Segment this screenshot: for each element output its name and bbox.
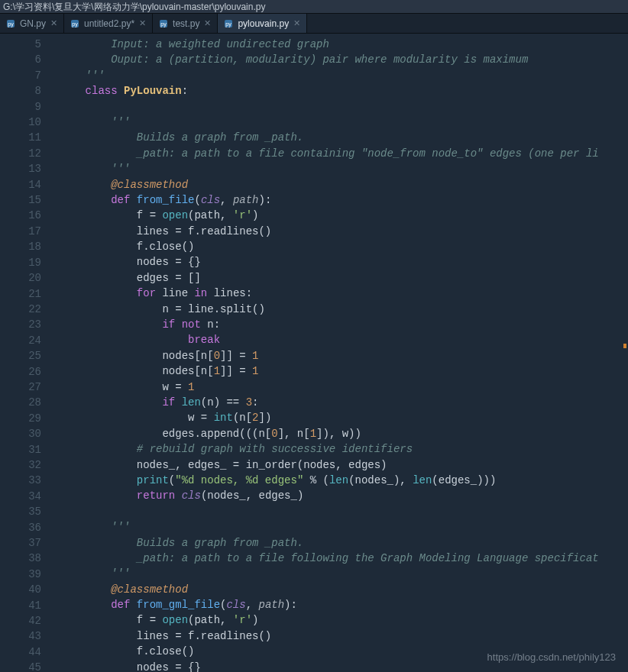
tab-label: test.py (173, 18, 199, 29)
line-number: 27 (0, 380, 41, 395)
code-line[interactable]: nodes[n[0]] = 1 (60, 348, 628, 363)
code-line[interactable]: ''' (60, 519, 628, 535)
line-number: 26 (0, 364, 41, 380)
line-number: 39 (0, 567, 41, 582)
line-number-gutter: 5678910111213141516171819202122232425262… (0, 34, 53, 672)
code-line[interactable]: Builds a graph from _path. (60, 130, 628, 145)
file-path-bar: G:\学习资料\复旦大学\网络动力学\pylouvain-master\pylo… (0, 0, 628, 14)
line-number: 16 (0, 208, 41, 223)
code-line[interactable]: lines = f.readlines() (60, 628, 628, 644)
code-line[interactable]: edges.append(((n[0], n[1]), w)) (60, 426, 628, 441)
svg-text:py: py (8, 21, 14, 27)
code-line[interactable]: _path: a path to a file following the Gr… (60, 551, 628, 566)
svg-text:py: py (226, 21, 232, 27)
line-number: 25 (0, 348, 41, 363)
line-number: 14 (0, 177, 41, 192)
code-content[interactable]: Input: a weighted undirected graph Ouput… (53, 34, 628, 672)
code-line[interactable]: nodes_, edges_ = in_order(nodes, edges) (60, 457, 628, 473)
python-file-icon: py (159, 19, 168, 28)
line-number: 19 (0, 255, 41, 270)
code-line[interactable]: # rebuild graph with successive identifi… (60, 441, 628, 457)
code-line[interactable]: class PyLouvain: (60, 83, 628, 99)
code-line[interactable]: ''' (60, 161, 628, 176)
code-line[interactable]: w = 1 (60, 380, 628, 395)
code-line[interactable]: if len(n) == 3: (60, 395, 628, 410)
code-line[interactable]: ''' (60, 68, 628, 83)
line-number: 23 (0, 317, 41, 332)
line-number: 9 (0, 99, 41, 115)
close-icon[interactable]: ✕ (204, 18, 211, 28)
line-number: 24 (0, 333, 41, 348)
tab-pylouvain-py[interactable]: pypylouvain.py✕ (218, 14, 307, 33)
code-line[interactable] (60, 99, 628, 115)
line-number: 35 (0, 504, 41, 519)
line-number: 6 (0, 52, 41, 67)
line-number: 17 (0, 224, 41, 239)
line-number: 43 (0, 628, 41, 644)
line-number: 40 (0, 582, 41, 597)
line-number: 45 (0, 660, 41, 672)
code-line[interactable]: f.close() (60, 239, 628, 254)
line-number: 30 (0, 426, 41, 441)
line-number: 12 (0, 146, 41, 161)
line-number: 22 (0, 302, 41, 317)
python-file-icon: py (70, 19, 79, 28)
code-line[interactable]: ''' (60, 566, 628, 581)
line-number: 31 (0, 442, 41, 457)
file-path-text: G:\学习资料\复旦大学\网络动力学\pylouvain-master\pylo… (3, 2, 265, 12)
code-line[interactable]: if not n: (60, 317, 628, 332)
code-line[interactable]: f = open(path, 'r') (60, 612, 628, 628)
tab-label: pylouvain.py (238, 18, 289, 29)
line-number: 8 (0, 83, 41, 99)
watermark-text: https://blog.csdn.net/phily123 (487, 651, 616, 663)
editor-area[interactable]: 5678910111213141516171819202122232425262… (0, 34, 628, 672)
python-file-icon: py (6, 19, 15, 28)
code-line[interactable]: f = open(path, 'r') (60, 208, 628, 223)
code-line[interactable] (60, 504, 628, 519)
line-number: 41 (0, 598, 41, 613)
code-line[interactable]: nodes[n[1]] = 1 (60, 363, 628, 379)
code-line[interactable]: nodes = {} (60, 254, 628, 270)
code-line[interactable]: break (60, 332, 628, 347)
code-line[interactable]: def from_gml_file(cls, path): (60, 597, 628, 612)
tab-test-py[interactable]: pytest.py✕ (153, 14, 218, 33)
tab-gn-py[interactable]: pyGN.py✕ (0, 14, 64, 33)
line-number: 21 (0, 286, 41, 302)
tab-untitled2-py-[interactable]: pyuntitled2.py*✕ (64, 14, 153, 33)
line-number: 38 (0, 551, 41, 566)
tab-label: untitled2.py* (84, 18, 134, 29)
code-line[interactable]: n = line.split() (60, 302, 628, 317)
line-number: 44 (0, 645, 41, 660)
close-icon[interactable]: ✕ (50, 18, 57, 28)
line-number: 33 (0, 473, 41, 488)
close-icon[interactable]: ✕ (293, 18, 300, 28)
code-line[interactable]: Ouput: a (partition, modularity) pair wh… (60, 52, 628, 67)
python-file-icon: py (224, 19, 233, 28)
code-line[interactable]: return cls(nodes_, edges_) (60, 488, 628, 503)
code-line[interactable]: _path: a path to a file containing "node… (60, 146, 628, 161)
line-number: 36 (0, 520, 41, 535)
line-number: 34 (0, 489, 41, 504)
code-line[interactable]: w = int(n[2]) (60, 410, 628, 425)
line-number: 29 (0, 411, 41, 426)
line-number: 28 (0, 395, 41, 410)
code-line[interactable]: print("%d nodes, %d edges" % (len(nodes_… (60, 473, 628, 488)
tab-label: GN.py (20, 18, 46, 29)
code-line[interactable]: Builds a graph from _path. (60, 535, 628, 551)
line-number: 11 (0, 130, 41, 145)
line-number: 7 (0, 68, 41, 83)
code-line[interactable]: edges = [] (60, 270, 628, 286)
line-number: 18 (0, 239, 41, 254)
code-line[interactable]: def from_file(cls, path): (60, 192, 628, 208)
line-number: 5 (0, 37, 41, 52)
code-line[interactable]: @classmethod (60, 177, 628, 192)
code-line[interactable]: Input: a weighted undirected graph (60, 37, 628, 52)
code-line[interactable]: ''' (60, 115, 628, 130)
code-line[interactable]: @classmethod (60, 582, 628, 597)
line-number: 20 (0, 270, 41, 286)
line-number: 37 (0, 535, 41, 551)
line-number: 32 (0, 457, 41, 473)
close-icon[interactable]: ✕ (139, 18, 146, 28)
code-line[interactable]: lines = f.readlines() (60, 224, 628, 239)
code-line[interactable]: for line in lines: (60, 286, 628, 301)
